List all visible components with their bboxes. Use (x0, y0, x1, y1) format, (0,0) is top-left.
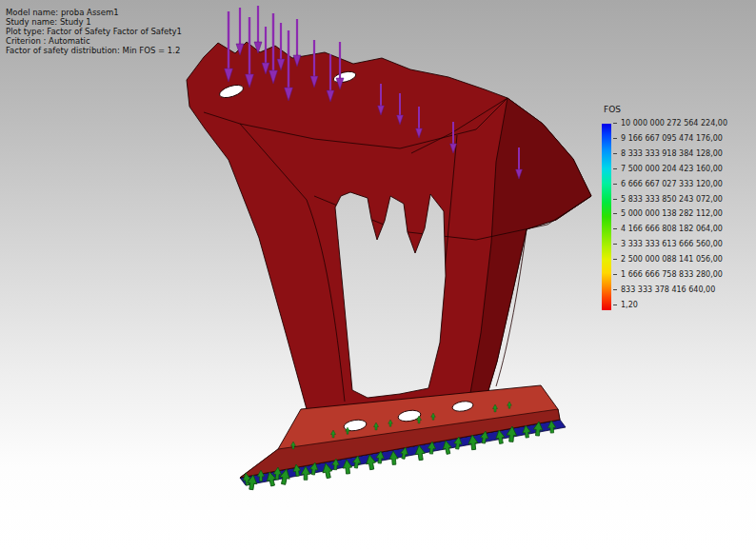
plot-annotations: Model name: proba Assem1 Study name: Stu… (6, 8, 182, 55)
legend-value: 1,20 (613, 301, 727, 309)
legend-value: 8 333 333 918 384 128,00 (613, 149, 727, 158)
legend-value: 4 166 666 808 182 064,00 (613, 225, 727, 233)
model-name-text: Model name: proba Assem1 (6, 8, 182, 17)
simulation-viewport[interactable]: Model name: proba Assem1 Study name: Stu… (0, 0, 756, 550)
legend-value: 5 833 333 850 243 072,00 (613, 195, 727, 204)
plot-type-text: Plot type: Factor of Safety Factor of Sa… (6, 27, 182, 36)
legend-value: 7 500 000 204 423 160,00 (613, 165, 727, 173)
criterion-text: Criterion : Automatic (6, 36, 182, 46)
legend-tick (613, 199, 617, 200)
legend-tick (613, 213, 617, 214)
legend-title: FOS (604, 105, 727, 114)
legend-tick (613, 138, 617, 139)
fos-legend: FOS 10 000 000 272 564 224,00 9 166 667 … (602, 105, 727, 310)
legend-tick (613, 184, 617, 185)
legend-value: 9 166 667 095 474 176,00 (613, 134, 727, 143)
model-body[interactable] (187, 42, 591, 438)
distribution-text: Factor of safety distribution: Min FOS =… (6, 46, 182, 55)
legend-value: 5 000 000 138 282 112,00 (613, 209, 727, 218)
legend-tick (613, 244, 617, 245)
legend-value: 10 000 000 272 564 224,00 (613, 119, 727, 128)
legend-value: 6 666 667 027 333 120,00 (613, 180, 727, 188)
legend-value: 833 333 378 416 640,00 (613, 285, 727, 294)
legend-tick (613, 228, 617, 229)
legend-tick (613, 304, 617, 305)
study-name-text: Study name: Study 1 (6, 17, 182, 27)
legend-color-bar (602, 124, 611, 310)
legend-labels: 10 000 000 272 564 224,00 9 166 667 095 … (613, 119, 727, 309)
legend-tick (613, 274, 617, 275)
legend-tick (613, 123, 617, 124)
legend-tick (613, 153, 617, 154)
legend-value: 3 333 333 613 666 560,00 (613, 240, 727, 248)
legend-value: 1 666 666 758 833 280,00 (613, 270, 727, 279)
legend-tick (613, 259, 617, 260)
legend-tick (613, 289, 617, 290)
legend-tick (613, 168, 617, 169)
legend-value: 2 500 000 088 141 056,00 (613, 255, 727, 264)
